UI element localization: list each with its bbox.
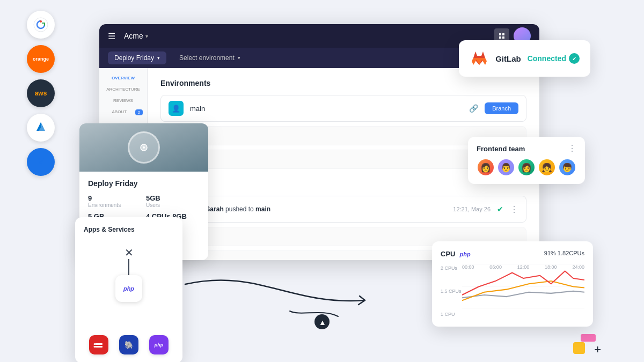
postgres-badge: 🐘 xyxy=(119,335,138,354)
stat-label: Users xyxy=(146,202,200,208)
cpu-title: CPU xyxy=(441,250,455,258)
activity-text: Sarah pushed to main xyxy=(206,205,447,213)
hamburger-icon[interactable]: ☰ xyxy=(108,31,115,41)
team-avatar-3: 👩 xyxy=(517,158,536,176)
team-avatar-5: 👦 xyxy=(558,158,576,176)
azure-icon xyxy=(27,114,55,142)
more-options-icon[interactable]: ⋮ xyxy=(510,204,518,215)
frontend-team-card: Frontend team ⋮ 👩 👨 👩 👧 👦 xyxy=(468,137,585,184)
stat-environments: 9 Environments xyxy=(88,194,142,208)
php-main-badge: php xyxy=(115,275,142,302)
nav-reviews[interactable]: REVIEWS xyxy=(99,95,147,106)
environment-row-main: 👤 main 🔗 Branch xyxy=(160,95,526,122)
environments-section-title: Environments xyxy=(160,79,526,87)
deco-plus-icon: + xyxy=(594,343,601,357)
nav-architecture[interactable]: ARCHITECTURE xyxy=(99,84,147,95)
team-avatar-4: 👧 xyxy=(538,158,556,176)
svg-point-7 xyxy=(143,146,145,149)
stat-users: 5GB Users xyxy=(146,194,200,208)
svg-rect-3 xyxy=(502,33,504,35)
check-icon: ✔ xyxy=(497,205,503,213)
stat-value: 5GB xyxy=(146,194,200,202)
nav-about[interactable]: ABOUT 2 xyxy=(99,106,147,119)
chart-svg xyxy=(462,264,584,309)
svg-rect-2 xyxy=(499,33,501,35)
gitlab-name: GitLab xyxy=(495,54,521,63)
link-icon[interactable]: 🔗 xyxy=(469,104,478,113)
php-small-badge: php xyxy=(149,335,169,354)
svg-rect-9 xyxy=(95,346,103,348)
redis-badge xyxy=(89,335,108,354)
stat-label: Environments xyxy=(88,202,142,208)
aws-icon: aws xyxy=(27,79,55,107)
apps-services-row: 🐘 php xyxy=(84,335,174,354)
google-cloud-icon xyxy=(27,11,55,39)
apps-center: ✕ php xyxy=(115,246,142,302)
cloud-providers: orange aws V xyxy=(27,11,55,176)
team-card-header: Frontend team ⋮ xyxy=(477,144,576,153)
connected-status: Connected ✓ xyxy=(528,53,580,64)
gitlab-info: GitLab xyxy=(495,54,521,63)
deploy-friday-button[interactable]: Deploy Friday ▾ xyxy=(108,51,166,64)
svg-text:▲: ▲ xyxy=(319,318,326,327)
chevron-down-icon: ▾ xyxy=(145,33,148,39)
chart-y-labels: 2 CPUs 1.5 CPUs 1 CPU xyxy=(441,264,462,318)
activity-row-sarah: < > 👩 Sarah pushed to main 12:21, May 26… xyxy=(160,196,526,223)
pushed-text: pushed to xyxy=(225,205,255,213)
chevron-down-icon: ▾ xyxy=(238,55,240,61)
team-avatars: 👩 👨 👩 👧 👦 xyxy=(477,158,576,176)
connector-line xyxy=(128,259,129,275)
gitlab-logo xyxy=(470,49,489,68)
svg-rect-8 xyxy=(95,343,103,345)
cpu-php-label: php xyxy=(459,251,470,257)
deco-yellow xyxy=(573,342,585,354)
cross-icon: ✕ xyxy=(125,246,134,259)
stat-value: 9 xyxy=(88,194,142,202)
orange-icon: orange xyxy=(27,45,55,73)
branch-name: main xyxy=(255,205,270,213)
connected-check-icon: ✓ xyxy=(569,53,580,64)
project-card-image xyxy=(79,123,208,172)
project-image-circle xyxy=(128,131,160,164)
nav-overview[interactable]: OVERVIEW xyxy=(99,72,147,84)
env-name: main xyxy=(190,105,463,113)
sarah-name: Sarah xyxy=(206,205,223,213)
team-avatar-1: 👩 xyxy=(477,158,495,176)
project-title: Deploy Friday xyxy=(88,179,200,188)
apps-diagram: ✕ php xyxy=(84,241,174,327)
nav-badge: 2 xyxy=(135,109,143,115)
svg-point-1 xyxy=(40,20,42,23)
cpu-peak-label: 91% 1.82CPUs xyxy=(544,250,584,256)
svg-point-15 xyxy=(314,314,330,329)
team-avatar-2: 👨 xyxy=(497,158,515,176)
svg-point-11 xyxy=(94,346,96,348)
deco-pink xyxy=(581,334,596,342)
select-environment-button[interactable]: Select environment ▾ xyxy=(173,51,247,64)
team-more-icon[interactable]: ⋮ xyxy=(568,144,576,153)
gitlab-connected-card: GitLab Connected ✓ xyxy=(459,40,590,77)
svg-rect-5 xyxy=(502,36,504,39)
app-name[interactable]: Acme ▾ xyxy=(124,32,148,40)
branch-button[interactable]: Branch xyxy=(485,102,518,114)
svg-point-10 xyxy=(94,343,96,345)
svg-rect-4 xyxy=(499,36,501,39)
apps-title: Apps & Services xyxy=(84,226,174,233)
team-name: Frontend team xyxy=(477,145,525,153)
svg-point-0 xyxy=(34,18,48,32)
apps-services-card: Apps & Services ✕ php 🐘 php xyxy=(75,217,182,362)
vi-icon: V xyxy=(27,148,55,176)
env-icon: 👤 xyxy=(169,101,184,116)
activity-time: 12:21, May 26 xyxy=(453,206,491,212)
cpu-chart-card: CPU php 91% 1.82CPUs 2 CPUs 1.5 CPUs 1 C… xyxy=(432,241,593,327)
chevron-down-icon: ▾ xyxy=(157,55,160,61)
cpu-chart: 2 CPUs 1.5 CPUs 1 CPU 00:00 06:00 12:00 … xyxy=(441,264,584,318)
